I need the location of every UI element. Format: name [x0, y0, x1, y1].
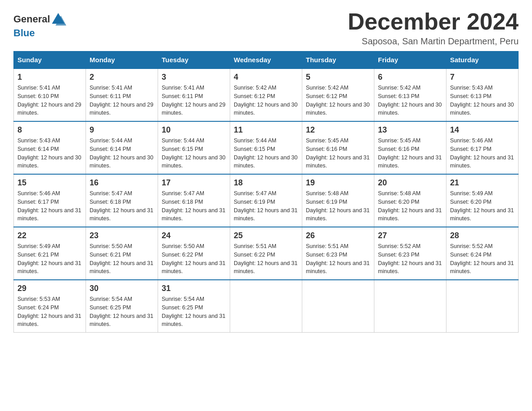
calendar-header-row: SundayMondayTuesdayWednesdayThursdayFrid…	[14, 51, 519, 69]
day-number: 22	[17, 231, 82, 240]
header-sunday: Sunday	[14, 51, 86, 69]
calendar-cell: 9 Sunrise: 5:44 AM Sunset: 6:14 PM Dayli…	[86, 121, 158, 174]
calendar-cell: 22 Sunrise: 5:49 AM Sunset: 6:21 PM Dayl…	[14, 227, 86, 280]
day-number: 9	[90, 125, 154, 135]
calendar-cell: 11 Sunrise: 5:44 AM Sunset: 6:15 PM Dayl…	[230, 121, 302, 174]
day-number: 7	[450, 73, 515, 82]
day-number: 18	[234, 178, 298, 188]
calendar-cell: 13 Sunrise: 5:45 AM Sunset: 6:16 PM Dayl…	[374, 121, 446, 174]
day-info: Sunrise: 5:44 AM Sunset: 6:15 PM Dayligh…	[234, 137, 298, 170]
header-monday: Monday	[86, 51, 158, 69]
day-number: 19	[306, 178, 370, 188]
day-number: 5	[306, 73, 370, 82]
calendar-week-5: 29 Sunrise: 5:53 AM Sunset: 6:24 PM Dayl…	[14, 280, 519, 333]
day-info: Sunrise: 5:48 AM Sunset: 6:19 PM Dayligh…	[306, 189, 370, 223]
day-number: 6	[378, 73, 442, 82]
day-number: 2	[90, 73, 154, 82]
day-info: Sunrise: 5:42 AM Sunset: 6:13 PM Dayligh…	[378, 84, 442, 117]
header-friday: Friday	[374, 51, 446, 69]
day-number: 13	[378, 125, 442, 135]
day-number: 21	[450, 178, 515, 188]
day-info: Sunrise: 5:47 AM Sunset: 6:18 PM Dayligh…	[90, 189, 154, 223]
day-info: Sunrise: 5:44 AM Sunset: 6:14 PM Dayligh…	[90, 137, 154, 170]
day-info: Sunrise: 5:48 AM Sunset: 6:20 PM Dayligh…	[378, 189, 442, 223]
calendar-cell: 27 Sunrise: 5:52 AM Sunset: 6:23 PM Dayl…	[374, 227, 446, 280]
logo: General Blue	[13, 9, 66, 39]
day-info: Sunrise: 5:54 AM Sunset: 6:25 PM Dayligh…	[90, 295, 154, 329]
day-number: 31	[162, 284, 226, 293]
calendar-week-3: 15 Sunrise: 5:46 AM Sunset: 6:17 PM Dayl…	[14, 174, 519, 227]
day-info: Sunrise: 5:45 AM Sunset: 6:16 PM Dayligh…	[306, 137, 370, 170]
day-number: 1	[17, 73, 82, 82]
day-number: 26	[306, 231, 370, 240]
day-info: Sunrise: 5:44 AM Sunset: 6:15 PM Dayligh…	[162, 137, 226, 170]
calendar-cell	[230, 280, 302, 333]
day-info: Sunrise: 5:52 AM Sunset: 6:24 PM Dayligh…	[450, 242, 515, 276]
calendar-cell: 23 Sunrise: 5:50 AM Sunset: 6:21 PM Dayl…	[86, 227, 158, 280]
calendar-cell: 18 Sunrise: 5:47 AM Sunset: 6:19 PM Dayl…	[230, 174, 302, 227]
calendar-cell: 21 Sunrise: 5:49 AM Sunset: 6:20 PM Dayl…	[446, 174, 519, 227]
page-header: General Blue December 2024 Saposoa, San …	[13, 9, 519, 47]
calendar-cell: 28 Sunrise: 5:52 AM Sunset: 6:24 PM Dayl…	[446, 227, 519, 280]
calendar-cell: 15 Sunrise: 5:46 AM Sunset: 6:17 PM Dayl…	[14, 174, 86, 227]
calendar-cell	[446, 280, 519, 333]
day-info: Sunrise: 5:45 AM Sunset: 6:16 PM Dayligh…	[378, 137, 442, 170]
day-info: Sunrise: 5:49 AM Sunset: 6:20 PM Dayligh…	[450, 189, 515, 223]
day-number: 28	[450, 231, 515, 240]
calendar-cell: 25 Sunrise: 5:51 AM Sunset: 6:22 PM Dayl…	[230, 227, 302, 280]
calendar-cell: 4 Sunrise: 5:42 AM Sunset: 6:12 PM Dayli…	[230, 68, 302, 121]
day-number: 30	[90, 284, 154, 293]
calendar-cell: 10 Sunrise: 5:44 AM Sunset: 6:15 PM Dayl…	[158, 121, 230, 174]
header-tuesday: Tuesday	[158, 51, 230, 69]
calendar-title: December 2024	[348, 9, 519, 34]
day-number: 15	[17, 178, 82, 188]
day-info: Sunrise: 5:46 AM Sunset: 6:17 PM Dayligh…	[450, 137, 515, 170]
header-thursday: Thursday	[302, 51, 374, 69]
day-info: Sunrise: 5:42 AM Sunset: 6:12 PM Dayligh…	[234, 84, 298, 117]
day-info: Sunrise: 5:41 AM Sunset: 6:10 PM Dayligh…	[17, 84, 82, 117]
day-info: Sunrise: 5:51 AM Sunset: 6:22 PM Dayligh…	[234, 242, 298, 276]
day-info: Sunrise: 5:54 AM Sunset: 6:25 PM Dayligh…	[162, 295, 226, 329]
day-info: Sunrise: 5:50 AM Sunset: 6:21 PM Dayligh…	[90, 242, 154, 276]
day-info: Sunrise: 5:47 AM Sunset: 6:19 PM Dayligh…	[234, 189, 298, 223]
day-info: Sunrise: 5:43 AM Sunset: 6:14 PM Dayligh…	[17, 137, 82, 170]
day-number: 27	[378, 231, 442, 240]
day-number: 8	[17, 125, 82, 135]
day-info: Sunrise: 5:47 AM Sunset: 6:18 PM Dayligh…	[162, 189, 226, 223]
calendar-cell: 2 Sunrise: 5:41 AM Sunset: 6:11 PM Dayli…	[86, 68, 158, 121]
calendar-cell: 7 Sunrise: 5:43 AM Sunset: 6:13 PM Dayli…	[446, 68, 519, 121]
day-number: 11	[234, 125, 298, 135]
day-info: Sunrise: 5:50 AM Sunset: 6:22 PM Dayligh…	[162, 242, 226, 276]
calendar-week-4: 22 Sunrise: 5:49 AM Sunset: 6:21 PM Dayl…	[14, 227, 519, 280]
calendar-cell: 8 Sunrise: 5:43 AM Sunset: 6:14 PM Dayli…	[14, 121, 86, 174]
day-info: Sunrise: 5:53 AM Sunset: 6:24 PM Dayligh…	[17, 295, 82, 329]
calendar-cell: 14 Sunrise: 5:46 AM Sunset: 6:17 PM Dayl…	[446, 121, 519, 174]
calendar-cell: 29 Sunrise: 5:53 AM Sunset: 6:24 PM Dayl…	[14, 280, 86, 333]
day-number: 16	[90, 178, 154, 188]
day-info: Sunrise: 5:41 AM Sunset: 6:11 PM Dayligh…	[162, 84, 226, 117]
calendar-cell: 5 Sunrise: 5:42 AM Sunset: 6:12 PM Dayli…	[302, 68, 374, 121]
day-number: 25	[234, 231, 298, 240]
day-info: Sunrise: 5:52 AM Sunset: 6:23 PM Dayligh…	[378, 242, 442, 276]
calendar-cell: 26 Sunrise: 5:51 AM Sunset: 6:23 PM Dayl…	[302, 227, 374, 280]
calendar-cell: 1 Sunrise: 5:41 AM Sunset: 6:10 PM Dayli…	[14, 68, 86, 121]
calendar-cell: 3 Sunrise: 5:41 AM Sunset: 6:11 PM Dayli…	[158, 68, 230, 121]
calendar-cell: 20 Sunrise: 5:48 AM Sunset: 6:20 PM Dayl…	[374, 174, 446, 227]
header-saturday: Saturday	[446, 51, 519, 69]
day-number: 3	[162, 73, 226, 82]
calendar-cell: 17 Sunrise: 5:47 AM Sunset: 6:18 PM Dayl…	[158, 174, 230, 227]
logo-icon	[50, 11, 66, 27]
calendar-cell: 6 Sunrise: 5:42 AM Sunset: 6:13 PM Dayli…	[374, 68, 446, 121]
calendar-cell	[374, 280, 446, 333]
day-info: Sunrise: 5:51 AM Sunset: 6:23 PM Dayligh…	[306, 242, 370, 276]
logo-blue-text: Blue	[13, 27, 35, 39]
day-number: 14	[450, 125, 515, 135]
day-info: Sunrise: 5:43 AM Sunset: 6:13 PM Dayligh…	[450, 84, 515, 117]
calendar-cell: 19 Sunrise: 5:48 AM Sunset: 6:19 PM Dayl…	[302, 174, 374, 227]
calendar-cell: 30 Sunrise: 5:54 AM Sunset: 6:25 PM Dayl…	[86, 280, 158, 333]
day-number: 4	[234, 73, 298, 82]
day-info: Sunrise: 5:41 AM Sunset: 6:11 PM Dayligh…	[90, 84, 154, 117]
header-wednesday: Wednesday	[230, 51, 302, 69]
day-info: Sunrise: 5:42 AM Sunset: 6:12 PM Dayligh…	[306, 84, 370, 117]
title-block: December 2024 Saposoa, San Martin Depart…	[348, 9, 519, 47]
